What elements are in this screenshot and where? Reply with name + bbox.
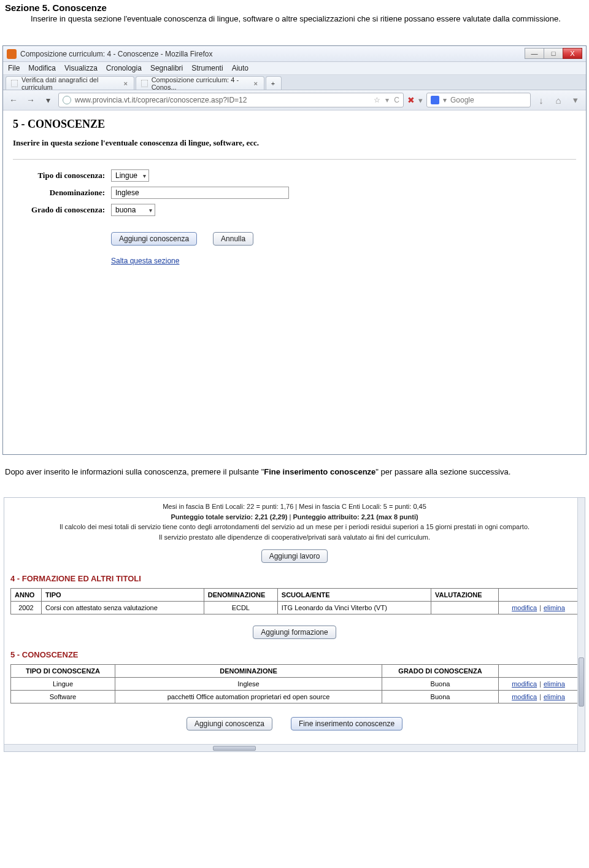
add-formazione-button[interactable]: Aggiungi formazione	[253, 626, 336, 639]
cell-tipo: Lingue	[11, 678, 115, 691]
col-valutazione: VALUTAZIONE	[431, 589, 499, 602]
cell-tipo: Corsi con attestato senza valutazione	[42, 602, 204, 614]
menu-help[interactable]: Aiuto	[232, 64, 248, 72]
close-button[interactable]: X	[563, 48, 582, 59]
scroll-thumb[interactable]	[213, 746, 256, 751]
new-tab-button[interactable]: +	[266, 76, 282, 90]
close-icon[interactable]: ×	[124, 80, 128, 87]
menu-history[interactable]: Cronologia	[106, 64, 142, 72]
section5-title: 5 - CONOSCENZE	[10, 650, 579, 659]
cell-denom: pacchetti Office automation proprietari …	[115, 691, 382, 703]
window-titlebar: Composizione curriculum: 4 - Conoscenze …	[3, 46, 586, 62]
edit-link[interactable]: modifica	[512, 604, 537, 611]
downloads-icon[interactable]: ↓	[534, 93, 548, 107]
url-bar[interactable]: www.provincia.vt.it/coprecari/conoscenze…	[58, 93, 404, 107]
add-conoscenza-button[interactable]: Aggiungi conoscenza	[111, 232, 197, 246]
google-icon	[431, 96, 439, 104]
cell-actions: modifica|elimina	[499, 602, 579, 614]
divider	[13, 159, 576, 160]
col-anno: ANNO	[11, 589, 42, 602]
tab-label: Composizione curriculum: 4 - Conos...	[152, 76, 250, 91]
section-heading: Sezione 5. Conoscenze	[5, 0, 584, 14]
tab-verifica[interactable]: Verifica dati anagrafici del curriculum …	[6, 76, 134, 90]
menu-bookmarks[interactable]: Segnalibri	[150, 64, 183, 72]
back-button[interactable]: ←	[7, 93, 20, 107]
url-text: www.provincia.vt.it/coprecari/conoscenze…	[75, 96, 374, 104]
delete-link[interactable]: elimina	[544, 604, 565, 611]
section-description: Inserire in questa sezione l'eventuale c…	[5, 14, 584, 29]
edit-link[interactable]: modifica	[512, 680, 537, 688]
table-row: Lingue Inglese Buona modifica|elimina	[11, 678, 579, 691]
toolbar-drop-icon[interactable]: ▾	[418, 96, 423, 105]
search-placeholder: Google	[450, 96, 474, 104]
vertical-scrollbar[interactable]	[577, 498, 585, 751]
scroll-thumb[interactable]	[579, 657, 584, 707]
cell-tipo: Software	[11, 691, 115, 703]
add-lavoro-button[interactable]: Aggiungi lavoro	[261, 549, 328, 563]
tipo-label: Tipo di conoscenza:	[13, 171, 111, 180]
menu-edit[interactable]: Modifica	[28, 64, 56, 72]
col-actions	[499, 665, 579, 678]
bookmark-star-icon[interactable]: ☆	[374, 96, 380, 104]
cell-denom: Inglese	[115, 678, 382, 691]
col-scuola: SCUOLA/ENTE	[277, 589, 431, 602]
delete-link[interactable]: elimina	[544, 680, 565, 688]
menu-tools[interactable]: Strumenti	[191, 64, 223, 72]
tab-bar: Verifica dati anagrafici del curriculum …	[3, 75, 586, 90]
maximize-button[interactable]: □	[544, 48, 563, 59]
cell-grado: Buona	[382, 691, 499, 703]
denom-label: Denominazione:	[13, 188, 111, 198]
cancel-button[interactable]: Annulla	[213, 232, 253, 246]
col-tipo: TIPO	[42, 589, 204, 602]
page-content: 5 - CONOSCENZE Inserire in questa sezion…	[3, 110, 586, 454]
cell-denom: ECDL	[204, 602, 277, 614]
denom-input[interactable]: Inglese	[111, 187, 289, 199]
page-subtitle: Inserire in questa sezione l'eventuale c…	[13, 134, 576, 157]
close-icon[interactable]: ×	[254, 80, 258, 87]
delete-link[interactable]: elimina	[544, 693, 565, 700]
instruction-paragraph: Dopo aver inserito le informazioni sulla…	[5, 467, 584, 482]
skip-section-link[interactable]: Salta questa sezione	[111, 257, 576, 265]
conoscenze-table: TIPO DI CONOSCENZA DENOMINAZIONE GRADO D…	[10, 664, 579, 703]
urlbar-drop-icon[interactable]: ▾	[385, 96, 389, 104]
add-conoscenza-button-2[interactable]: Aggiungi conoscenza	[187, 717, 272, 730]
col-denom: DENOMINAZIONE	[204, 589, 277, 602]
col-denominazione: DENOMINAZIONE	[115, 665, 382, 678]
edit-link[interactable]: modifica	[512, 693, 537, 700]
forward-button[interactable]: →	[24, 93, 37, 107]
search-box[interactable]: ▾ Google	[426, 93, 531, 107]
nav-toolbar: ← → ▾ www.provincia.vt.it/coprecari/cono…	[3, 90, 586, 110]
tab-composizione[interactable]: Composizione curriculum: 4 - Conos... ×	[136, 76, 264, 90]
adblock-icon[interactable]: ✖	[407, 95, 415, 105]
col-tipo-conoscenza: TIPO DI CONOSCENZA	[11, 665, 115, 678]
firefox-icon	[7, 49, 17, 59]
cell-anno: 2002	[11, 602, 42, 614]
score-summary: Mesi in fascia B Enti Locali: 22 = punti…	[10, 500, 579, 544]
col-grado: GRADO DI CONOSCENZA	[382, 665, 499, 678]
browser-window: Composizione curriculum: 4 - Conoscenze …	[2, 45, 587, 455]
menu-bar: File Modifica Visualizza Cronologia Segn…	[3, 62, 586, 75]
window-title: Composizione curriculum: 4 - Conoscenze …	[20, 50, 212, 58]
horizontal-scrollbar[interactable]: ▸	[4, 744, 585, 751]
curriculum-panel: Mesi in fascia B Enti Locali: 22 = punti…	[4, 497, 585, 752]
cell-grado: Buona	[382, 678, 499, 691]
tab-label: Verifica dati anagrafici del curriculum	[21, 76, 120, 91]
history-drop-button[interactable]: ▾	[41, 93, 55, 107]
fine-inserimento-button[interactable]: Fine inserimento conoscenze	[291, 717, 402, 730]
col-actions	[499, 589, 579, 602]
toolbar-menu-icon[interactable]: ▾	[569, 93, 582, 107]
cell-actions: modifica|elimina	[499, 678, 579, 691]
section4-title: 4 - FORMAZIONE ED ALTRI TITOLI	[10, 574, 579, 583]
table-row: 2002 Corsi con attestato senza valutazio…	[11, 602, 579, 614]
grado-label: Grado di conoscenza:	[13, 205, 111, 215]
globe-icon	[63, 96, 71, 104]
tipo-select[interactable]: Lingue	[111, 169, 149, 182]
minimize-button[interactable]: —	[525, 48, 544, 59]
home-icon[interactable]: ⌂	[552, 93, 565, 107]
grado-select[interactable]: buona	[111, 204, 155, 216]
reload-icon[interactable]: C	[394, 96, 399, 104]
cell-actions: modifica|elimina	[499, 691, 579, 703]
page-icon	[141, 80, 148, 87]
menu-file[interactable]: File	[8, 64, 20, 72]
menu-view[interactable]: Visualizza	[64, 64, 98, 72]
